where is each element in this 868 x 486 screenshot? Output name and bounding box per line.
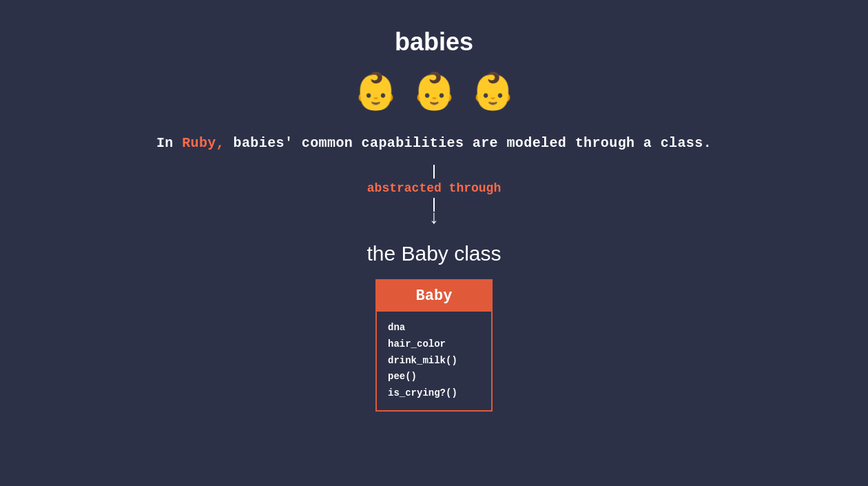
class-box-header: Baby	[377, 281, 491, 312]
arrow-down-icon: ↓	[428, 209, 440, 228]
emoji-row: 👶 👶 👶	[353, 70, 515, 114]
class-box: Baby dna hair_color drink_milk() pee() i…	[375, 279, 493, 412]
class-box-body: dna hair_color drink_milk() pee() is_cry…	[377, 312, 491, 410]
abstracted-through-text: abstracted through	[367, 181, 501, 195]
class-box-title: Baby	[416, 287, 453, 305]
class-item-hair-color: hair_color	[388, 336, 480, 353]
baby-emoji-2: 👶	[412, 70, 457, 114]
description-text: In Ruby, babies' common capabilities are…	[156, 135, 712, 151]
class-item-dna: dna	[388, 320, 480, 336]
class-label: the Baby class	[366, 242, 501, 265]
baby-emoji-3: 👶	[471, 70, 515, 114]
class-item-is-crying: is_crying?()	[388, 385, 480, 402]
ruby-keyword: Ruby,	[182, 135, 225, 151]
class-item-pee: pee()	[388, 369, 480, 385]
arrow-section: abstracted through ↓	[367, 165, 501, 228]
page-title: babies	[395, 28, 473, 57]
class-item-drink-milk: drink_milk()	[388, 353, 480, 369]
baby-emoji-1: 👶	[353, 70, 398, 114]
vertical-line-top	[433, 165, 435, 179]
